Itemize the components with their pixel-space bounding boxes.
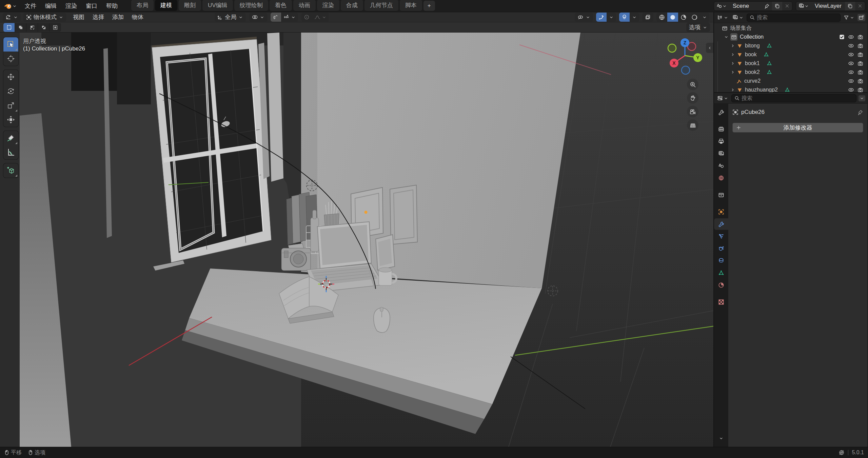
outliner-search-input[interactable] [757, 15, 837, 21]
outliner-item-curve2[interactable]: curve2 [714, 77, 867, 85]
menu-object[interactable]: 物体 [128, 12, 147, 22]
tool-annotate[interactable] [3, 131, 18, 145]
menu-add[interactable]: 添加 [108, 12, 128, 22]
workspace-tab-compositing[interactable]: 合成 [341, 0, 363, 11]
xray-toggle[interactable] [642, 13, 653, 22]
scene-delete-button[interactable] [782, 2, 792, 11]
menu-help[interactable]: 帮助 [102, 1, 122, 11]
new-collection-button[interactable] [857, 14, 865, 21]
overlays-dropdown[interactable] [630, 13, 639, 22]
tab-modifiers[interactable] [714, 218, 728, 230]
menu-edit[interactable]: 编辑 [41, 1, 61, 11]
workspace-tab-scripting[interactable]: 脚本 [400, 0, 422, 11]
tool-scale[interactable] [3, 98, 18, 113]
expand-arrow-icon[interactable] [730, 43, 735, 48]
hide-eye-icon[interactable] [848, 87, 854, 92]
shading-material-button[interactable] [678, 13, 689, 22]
tab-tool[interactable] [714, 106, 728, 118]
select-mode-set[interactable] [3, 23, 15, 32]
tool-add-cube[interactable] [3, 163, 18, 178]
menu-file[interactable]: 文件 [20, 1, 41, 11]
scene-browse-button[interactable] [714, 2, 729, 11]
outliner-search[interactable] [747, 14, 841, 22]
select-mode-subtract[interactable] [26, 23, 38, 32]
tab-scene[interactable] [714, 160, 728, 172]
add-workspace-button[interactable]: + [423, 1, 435, 11]
menu-view[interactable]: 视图 [69, 12, 88, 22]
scene-pin-button[interactable] [762, 2, 772, 11]
hide-eye-icon[interactable] [848, 34, 854, 40]
hide-eye-icon[interactable] [848, 52, 854, 58]
add-modifier-button[interactable]: 添加修改器 [732, 123, 863, 133]
outliner-item-book[interactable]: book [714, 50, 867, 59]
show-overlays-toggle[interactable] [619, 13, 630, 22]
shading-wireframe-button[interactable] [656, 13, 667, 22]
workspace-tab-texture-paint[interactable]: 纹理绘制 [234, 0, 268, 11]
camera-view-button[interactable] [687, 106, 698, 117]
editor-type-button[interactable] [3, 13, 21, 22]
mode-selector[interactable]: 物体模式 [23, 13, 66, 22]
disable-render-icon[interactable] [857, 61, 863, 66]
proportional-edit-toggle[interactable] [301, 13, 312, 22]
tool-rotate[interactable] [3, 84, 18, 98]
shading-solid-button[interactable] [667, 13, 678, 22]
select-mode-intersect[interactable] [50, 23, 61, 32]
menu-render[interactable]: 渲染 [61, 1, 81, 11]
tab-constraints[interactable] [714, 255, 728, 266]
tab-view-layer[interactable] [714, 148, 728, 159]
expand-arrow-icon[interactable] [730, 87, 735, 92]
tab-physics[interactable] [714, 243, 728, 254]
pin-icon[interactable] [857, 109, 863, 115]
workspace-tab-animation[interactable]: 动画 [293, 0, 316, 11]
tool-transform[interactable] [3, 113, 18, 127]
properties-search-input[interactable] [742, 95, 853, 101]
workspace-tab-layout[interactable]: 布局 [131, 0, 154, 11]
hide-eye-icon[interactable] [848, 60, 854, 66]
view-navigation-gizmo[interactable]: Z Y X [665, 35, 705, 76]
expand-arrow-icon[interactable] [724, 35, 729, 39]
select-mode-extend[interactable] [15, 23, 26, 32]
show-gizmo-toggle[interactable] [596, 13, 607, 22]
tool-measure[interactable] [3, 145, 18, 159]
snap-toggle-button[interactable] [271, 13, 281, 22]
tool-select-box[interactable] [3, 37, 18, 52]
zoom-button[interactable] [687, 79, 698, 90]
outliner-filter-button[interactable] [843, 14, 855, 21]
tab-data[interactable] [714, 267, 728, 279]
scene-name[interactable]: Scene [729, 3, 762, 9]
workspace-tab-geometry-nodes[interactable]: 几何节点 [364, 0, 398, 11]
checkbox-icon[interactable] [839, 34, 845, 40]
outliner-scene-collection[interactable]: 场景集合 [714, 24, 867, 33]
workspace-tab-shading[interactable]: 着色 [270, 0, 292, 11]
blender-menu-button[interactable] [0, 0, 20, 12]
hide-eye-icon[interactable] [848, 69, 854, 75]
properties-search[interactable] [731, 94, 856, 102]
tab-collection[interactable] [714, 189, 728, 201]
workspace-tab-rendering[interactable]: 渲染 [317, 0, 339, 11]
rail-overflow-button[interactable] [714, 433, 728, 444]
tab-output[interactable] [714, 136, 728, 147]
tab-material[interactable] [714, 279, 728, 291]
snap-target-button[interactable] [281, 13, 298, 22]
properties-options-dropdown[interactable] [859, 95, 865, 101]
outliner-editor-type-button[interactable] [716, 14, 729, 21]
outliner-item-hauzhuangp2[interactable]: hauzhuangp2 [714, 85, 867, 92]
disable-render-icon[interactable] [857, 52, 863, 58]
tab-texture[interactable] [714, 296, 728, 308]
outliner-item-bitong[interactable]: bitong [714, 41, 867, 50]
outliner-collection[interactable]: Collection [714, 33, 867, 41]
scene-new-button[interactable] [772, 2, 782, 11]
tool-options-dropdown[interactable]: 选项 [686, 23, 710, 32]
outliner-item-book1[interactable]: book1 [714, 59, 867, 68]
viewlayer-new-button[interactable] [845, 2, 855, 11]
viewlayer-delete-button[interactable] [855, 2, 865, 11]
hide-eye-icon[interactable] [848, 43, 854, 49]
expand-arrow-icon[interactable] [730, 70, 735, 75]
shading-rendered-button[interactable] [689, 13, 700, 22]
menu-select[interactable]: 选择 [88, 12, 108, 22]
proportional-falloff-button[interactable] [312, 13, 329, 22]
viewlayer-browse-button[interactable] [796, 2, 811, 11]
disable-render-icon[interactable] [857, 87, 863, 93]
gizmo-dropdown[interactable] [607, 13, 616, 22]
expand-arrow-icon[interactable] [730, 52, 735, 57]
